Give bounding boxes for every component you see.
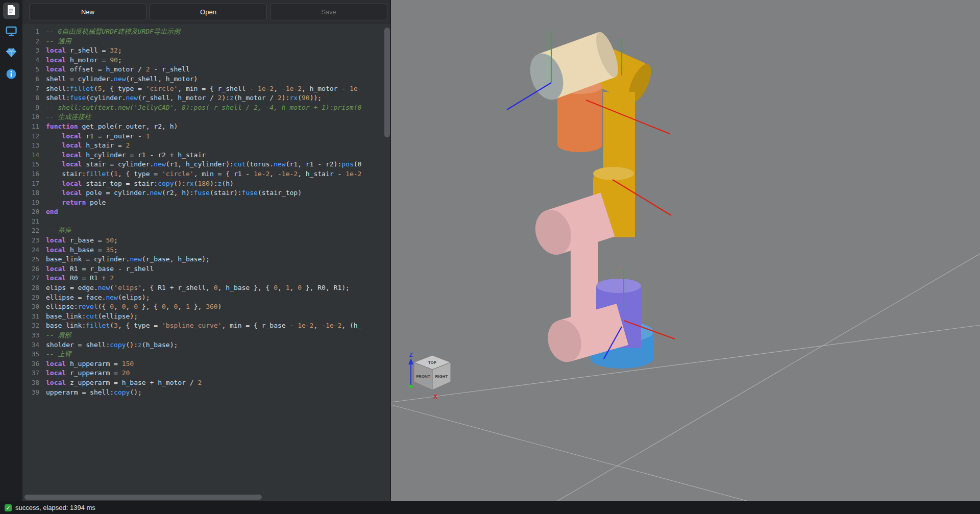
code-line[interactable]: 12 local r1 = r_outer - 1 (22, 132, 390, 141)
vertical-scrollbar-thumb[interactable] (384, 28, 390, 137)
code-line-text: -- 生成连接柱 (46, 112, 91, 122)
line-number: 14 (22, 151, 46, 160)
code-line[interactable]: 29ellipse = face.new(elips); (22, 293, 390, 303)
code-line[interactable]: 14 local h_cylinder = r1 - r2 + h_stair (22, 151, 390, 160)
line-number: 27 (22, 274, 46, 283)
robot-model (524, 30, 656, 369)
code-line[interactable]: 23local r_base = 50; (22, 236, 390, 246)
code-line-text: -- 通用 (46, 37, 71, 46)
status-message: success, elapsed: 1394 ms (15, 504, 95, 511)
new-button[interactable]: New (29, 4, 146, 20)
code-line[interactable]: 4local h_motor = 90; (22, 56, 390, 65)
code-line[interactable]: 18 local pole = cylinder.new(r2, h):fuse… (22, 188, 390, 198)
line-number: 38 (22, 378, 46, 388)
code-line[interactable]: 38local z_upperarm = h_base + h_motor / … (22, 378, 390, 388)
code-line-text: shell = cylinder.new(r_shell, h_motor) (46, 75, 198, 84)
code-line[interactable]: 34sholder = shell:copy():z(h_base); (22, 340, 390, 350)
script-document-button[interactable] (3, 3, 19, 19)
cube-front-label: FRONT (416, 374, 430, 379)
line-number: 11 (22, 122, 46, 132)
cube-top-label: TOP (428, 360, 437, 365)
code-line[interactable]: 9-- shell:cut(text.new('JellyCAD', 8):po… (22, 103, 390, 113)
code-line[interactable]: 8shell:fuse(cylinder.new(r_shell, h_moto… (22, 93, 390, 103)
code-line[interactable]: 28elips = edge.new('elips', { R1 + r_she… (22, 283, 390, 293)
code-line[interactable]: 35-- 上臂 (22, 350, 390, 359)
code-line[interactable]: 26local R1 = r_base - r_shell (22, 264, 390, 274)
code-line[interactable]: 19 return pole (22, 198, 390, 208)
code-line-text: local stair_top = stair:copy():rx(180):z… (46, 179, 234, 189)
line-number: 16 (22, 169, 46, 179)
code-line[interactable]: 24local h_base = 35; (22, 246, 390, 255)
3d-canvas[interactable] (391, 0, 980, 501)
horizontal-scrollbar-thumb[interactable] (24, 495, 262, 500)
code-editor[interactable]: 1-- 6自由度机械臂URDF建模及URDF导出示例2-- 通用3local r… (22, 24, 390, 501)
code-line[interactable]: 7shell:fillet(5, { type = 'circle', min … (22, 84, 390, 94)
code-line[interactable]: 22-- 基座 (22, 226, 390, 236)
code-line[interactable]: 6shell = cylinder.new(r_shell, h_motor) (22, 75, 390, 84)
code-line[interactable]: 11function get_pole(r_outer, r2, h) (22, 122, 390, 132)
code-line[interactable]: 15 local stair = cylinder.new(r1, h_cyli… (22, 160, 390, 169)
editor-panel: New Open Save 1-- 6自由度机械臂URDF建模及URDF导出示例… (22, 0, 391, 501)
material-library-button[interactable] (3, 45, 19, 62)
code-line[interactable]: 33-- 肩部 (22, 331, 390, 340)
code-line[interactable]: 30ellipse:revol({ 0, 0, 0 }, { 0, 0, 1 }… (22, 302, 390, 312)
code-line-text: local r1 = r_outer - 1 (46, 132, 150, 141)
z-axis-arrow (408, 358, 413, 364)
line-number: 31 (22, 312, 46, 322)
code-line-text: local offset = h_motor / 2 - r_shell (46, 65, 190, 75)
3d-viewport[interactable]: TOP FRONT RIGHT Z X (391, 0, 980, 501)
code-lines: 1-- 6自由度机械臂URDF建模及URDF导出示例2-- 通用3local r… (22, 24, 390, 397)
code-line-text: local h_cylinder = r1 - r2 + h_stair (46, 151, 206, 160)
line-number: 1 (22, 27, 46, 37)
line-number: 28 (22, 283, 46, 293)
save-button[interactable]: Save (270, 4, 387, 20)
code-line-text: local r_upperarm = 20 (46, 369, 130, 378)
code-line[interactable]: 39upperarm = shell:copy(); (22, 388, 390, 398)
line-number: 8 (22, 93, 46, 103)
code-line[interactable]: 5local offset = h_motor / 2 - r_shell (22, 65, 390, 75)
line-number: 7 (22, 84, 46, 94)
code-line[interactable]: 1-- 6自由度机械臂URDF建模及URDF导出示例 (22, 27, 390, 37)
code-line[interactable]: 3local r_shell = 32; (22, 46, 390, 56)
nav-cube-body[interactable]: TOP FRONT RIGHT (414, 355, 451, 390)
code-line[interactable]: 31base_link:cut(ellipse); (22, 312, 390, 322)
code-line[interactable]: 32base_link:fillet(3, { type = 'bspline_… (22, 321, 390, 331)
icon-sidebar (0, 0, 22, 501)
code-line[interactable]: 37local r_upperarm = 20 (22, 369, 390, 378)
code-line[interactable]: 2-- 通用 (22, 37, 390, 46)
code-line-text: local R0 = R1 + 2 (46, 274, 114, 283)
code-line-text: shell:fuse(cylinder.new(r_shell, h_motor… (46, 93, 322, 103)
code-line[interactable]: 25base_link = cylinder.new(r_base, h_bas… (22, 255, 390, 264)
about-button[interactable] (3, 67, 19, 83)
code-line-text: local h_stair = 2 (46, 141, 130, 151)
code-line-text: local h_upperarm = 150 (46, 359, 134, 369)
z-axis-label: Z (409, 352, 413, 358)
code-line[interactable]: 10-- 生成连接柱 (22, 112, 390, 122)
open-button[interactable]: Open (150, 4, 267, 20)
code-line[interactable]: 17 local stair_top = stair:copy():rx(180… (22, 179, 390, 189)
code-line-text: return pole (46, 198, 106, 208)
vertical-scrollbar[interactable] (384, 25, 390, 493)
code-line-text: local R1 = r_base - r_shell (46, 264, 154, 274)
code-line[interactable]: 27local R0 = R1 + 2 (22, 274, 390, 283)
code-line-text: end (46, 207, 58, 217)
origin-dot (409, 385, 412, 388)
code-line[interactable]: 21 (22, 217, 390, 227)
code-line[interactable]: 13 local h_stair = 2 (22, 141, 390, 151)
code-line-text: upperarm = shell:copy(); (46, 388, 142, 398)
navigation-cube[interactable]: TOP FRONT RIGHT Z X (404, 351, 460, 402)
line-number: 13 (22, 141, 46, 151)
code-line-text: local r_base = 50; (46, 236, 118, 246)
line-number: 10 (22, 112, 46, 122)
x-axis-label: X (433, 394, 437, 400)
code-line[interactable]: 16 stair:fillet(1, { type = 'circle', mi… (22, 169, 390, 179)
code-line[interactable]: 20end (22, 207, 390, 217)
line-number: 9 (22, 103, 46, 113)
line-number: 3 (22, 46, 46, 56)
code-line-text: shell:fillet(5, { type = 'circle', min =… (46, 84, 361, 94)
horizontal-scrollbar[interactable] (23, 495, 382, 500)
line-number: 39 (22, 388, 46, 398)
viewport-settings-button[interactable] (3, 24, 19, 40)
code-line[interactable]: 36local h_upperarm = 150 (22, 359, 390, 369)
line-number: 37 (22, 369, 46, 378)
